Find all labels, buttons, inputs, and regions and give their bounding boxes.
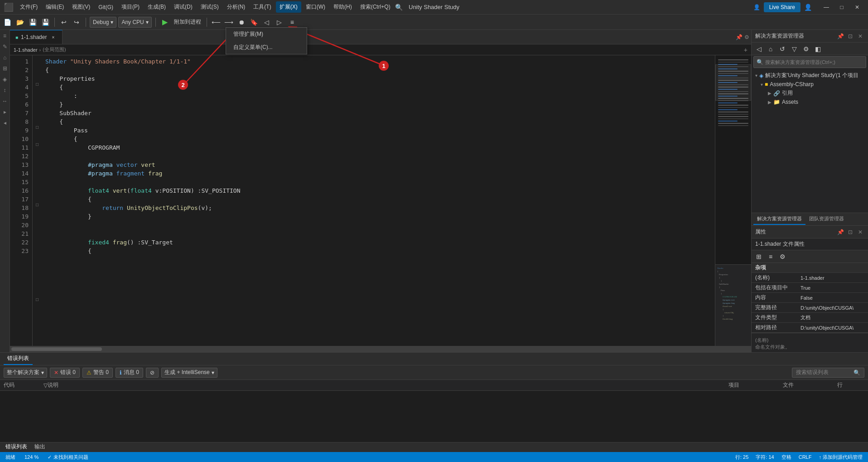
close-panel-button[interactable]: ✕ — [856, 32, 864, 40]
error-count-badge[interactable]: ✕ 错误 0 — [50, 368, 80, 378]
message-count-badge[interactable]: ℹ 消息 0 — [116, 368, 143, 378]
bookmark-button[interactable]: 🔖 — [249, 17, 260, 28]
minimize-button[interactable]: — — [819, 1, 834, 14]
output-tab[interactable]: 输出 — [31, 441, 49, 453]
toolbar-btn-2[interactable]: ⟶ — [223, 17, 234, 28]
fold-icon-10[interactable]: □ — [34, 141, 40, 147]
sol-refresh-btn[interactable]: ↺ — [777, 44, 788, 54]
code-area[interactable]: Shader "Unity Shaders Book/Chapter 1/1-1… — [42, 55, 715, 346]
manage-extensions-item[interactable]: 管理扩展(M) — [226, 28, 307, 41]
toolbar-btn-1[interactable]: ⟵ — [211, 17, 222, 28]
sidebar-icon-3[interactable]: ⌂ — [1, 53, 9, 62]
status-zoom[interactable]: 124 % — [23, 454, 40, 460]
tree-assets[interactable]: ▶ 📁 Assets — [752, 98, 868, 106]
properties-title: 属性 — [755, 228, 766, 236]
props-custom-btn[interactable]: ⚙ — [777, 251, 788, 262]
warning-count-badge[interactable]: ⚠ 警告 0 — [82, 368, 113, 378]
menu-git[interactable]: Git(G) — [95, 2, 117, 12]
fold-icon-8[interactable]: □ — [34, 124, 40, 130]
props-sort-btn[interactable]: ⊞ — [753, 251, 764, 262]
error-search-box[interactable]: 搜索错误列表 🔍 — [792, 368, 864, 378]
sidebar-icon-7[interactable]: ↔ — [1, 97, 9, 105]
fold-icon-4[interactable]: □ — [34, 81, 40, 87]
team-explorer-tab[interactable]: 团队资源管理器 — [805, 214, 848, 225]
add-source-control-button[interactable]: ↑ 添加到源代码管理 — [817, 454, 864, 461]
undo-button[interactable]: ↩ — [58, 17, 69, 28]
live-share-button[interactable]: Live Share — [764, 2, 800, 12]
save-all-button[interactable]: 💾 — [40, 17, 51, 28]
error-list-tab[interactable]: 错误列表 — [4, 353, 33, 365]
settings-icon[interactable]: ⚙ — [744, 34, 749, 40]
props-category-btn[interactable]: ≡ — [765, 251, 776, 262]
solution-explorer-tab[interactable]: 解决方案资源管理器 — [753, 214, 805, 225]
error-list-bottom-tab[interactable]: 错误列表 — [2, 441, 31, 453]
platform-dropdown[interactable]: Any CPU ▾ — [118, 17, 151, 28]
move-icon[interactable]: ⊡ — [846, 32, 854, 40]
menu-debug[interactable]: 调试(D) — [170, 1, 196, 13]
sol-settings-btn[interactable]: ⚙ — [800, 44, 811, 54]
tree-solution[interactable]: ▾ ◈ 解决方案'Unity Shader Study'(1 个项目 — [752, 71, 868, 80]
editor-horizontal-scrollbar[interactable] — [10, 346, 751, 352]
close-button[interactable]: ✕ — [850, 1, 864, 14]
sol-filter-btn[interactable]: ▽ — [789, 44, 800, 54]
editor-tab-shader[interactable]: ■ 1-1.shader × — [10, 30, 63, 44]
redo-button[interactable]: ↪ — [71, 17, 82, 28]
menu-help[interactable]: 帮助(H) — [330, 1, 356, 13]
maximize-button[interactable]: □ — [834, 1, 849, 14]
status-line-ending[interactable]: CRLF — [797, 454, 814, 460]
sol-back-btn[interactable]: ◁ — [753, 44, 764, 54]
fold-icon-23[interactable]: □ — [34, 297, 40, 302]
menu-analyze[interactable]: 分析(N) — [223, 1, 249, 13]
toolbar-btn-3[interactable]: ◁ — [261, 17, 272, 28]
status-char[interactable]: 字符: 14 — [754, 454, 776, 461]
fold-icon-17[interactable]: □ — [34, 202, 40, 207]
build-option-filter[interactable]: 生成 + IntelliSense ▾ — [161, 368, 217, 378]
scope-btn[interactable]: + — [744, 46, 747, 53]
tree-project[interactable]: ▾ ■ Assembly-CSharp — [752, 80, 868, 88]
menu-file[interactable]: 文件(F) — [16, 1, 41, 13]
sidebar-icon-9[interactable]: ◂ — [1, 119, 9, 127]
properties-header: 属性 📌 ⊡ ✕ — [752, 226, 868, 238]
filter-icon-badge[interactable]: ⊘ — [146, 368, 159, 378]
new-file-button[interactable]: 📄 — [2, 17, 13, 28]
save-button[interactable]: 💾 — [27, 17, 38, 28]
toolbar-btn-4[interactable]: ▷ — [274, 17, 285, 28]
sidebar-icon-4[interactable]: ⊞ — [1, 64, 9, 73]
sol-home-btn[interactable]: ⌂ — [765, 44, 776, 54]
hscroll-thumb[interactable] — [11, 347, 102, 351]
status-ready[interactable]: 就绪 — [4, 454, 17, 461]
close-props-button[interactable]: ✕ — [856, 228, 864, 236]
solution-search-box[interactable]: 🔍 搜索解决方案资源管理器(Ctrl+;) — [753, 56, 866, 68]
move-props-icon[interactable]: ⊡ — [846, 228, 854, 236]
tree-references[interactable]: ▶ 🔗 引用 — [752, 88, 868, 98]
menu-view[interactable]: 视图(V) — [68, 1, 94, 13]
sidebar-icon-1[interactable]: ≡ — [1, 32, 9, 40]
status-check[interactable]: ✓ 未找到相关问题 — [46, 454, 90, 461]
open-file-button[interactable]: 📂 — [14, 17, 25, 28]
menu-search[interactable]: 搜索(Ctrl+Q) — [357, 1, 394, 13]
customize-menu-item[interactable]: 自定义菜单(C)... — [226, 41, 307, 54]
config-dropdown[interactable]: Debug ▾ — [90, 17, 116, 28]
play-button[interactable]: ▶ — [159, 17, 170, 28]
sidebar-icon-2[interactable]: ✎ — [1, 43, 9, 51]
menu-project[interactable]: 项目(P) — [118, 1, 143, 13]
sol-preview-btn[interactable]: ◧ — [812, 44, 823, 54]
sidebar-icon-8[interactable]: ▸ — [1, 108, 9, 116]
sidebar-icon-5[interactable]: ◈ — [1, 75, 9, 83]
error-scope-filter[interactable]: 整个解决方案 ▾ — [4, 368, 47, 378]
breakpoint-button[interactable]: ⏺ — [236, 17, 247, 28]
status-space[interactable]: 空格 — [780, 454, 793, 461]
tab-close-button[interactable]: × — [49, 34, 57, 41]
pin-props-icon[interactable]: 📌 — [836, 228, 844, 236]
menu-extensions[interactable]: 扩展(X) — [276, 1, 301, 13]
status-line[interactable]: 行: 25 — [733, 454, 750, 461]
menu-window[interactable]: 窗口(W) — [302, 1, 329, 13]
menu-build[interactable]: 生成(B) — [144, 1, 169, 13]
menu-edit[interactable]: 编辑(E) — [42, 1, 68, 13]
toolbar-btn-5[interactable]: ≡ — [287, 17, 298, 28]
menu-test[interactable]: 测试(S) — [197, 1, 222, 13]
pin-icon[interactable]: 📌 — [836, 32, 844, 40]
code-editor[interactable]: 12345 678910 1112131415 1617181920 21222… — [10, 55, 751, 346]
menu-tools[interactable]: 工具(T) — [250, 1, 275, 13]
sidebar-icon-6[interactable]: ↕ — [1, 86, 9, 94]
